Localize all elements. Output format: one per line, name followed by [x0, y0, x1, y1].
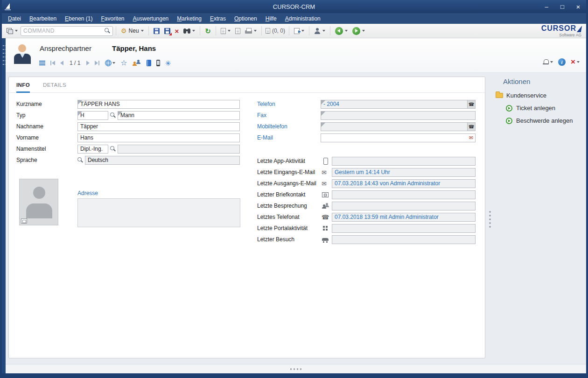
next-record-button[interactable]	[86, 61, 90, 65]
action-beschwerde-anlegen[interactable]: Beschwerde anlegen	[506, 117, 586, 124]
save-refresh-button[interactable]	[162, 27, 172, 35]
menu-datei[interactable]: Datei	[4, 14, 25, 23]
first-record-button[interactable]	[50, 61, 55, 65]
window-title: CURSOR-CRM	[2, 3, 586, 10]
tab-bar: INFO DETAILS	[9, 77, 485, 93]
menu-bearbeiten[interactable]: Bearbeiten	[25, 14, 61, 23]
send-email-button[interactable]: ✉	[467, 134, 475, 142]
adresse-field[interactable]	[77, 198, 240, 227]
mail-icon: ✉	[322, 181, 327, 187]
fax-field[interactable]	[321, 111, 476, 120]
form-row: Kurzname TÄPPER HANS	[16, 98, 240, 110]
menu-favoriten[interactable]: Favoriten	[97, 14, 128, 23]
web-button[interactable]	[105, 59, 115, 67]
action-ticket-anlegen[interactable]: Ticket anlegen	[506, 105, 586, 112]
sprache-field[interactable]: Deutsch	[85, 156, 240, 165]
last-record-button[interactable]	[95, 61, 99, 65]
menu-ebenen[interactable]: Ebenen (1)	[61, 14, 97, 23]
activity-value-field[interactable]: Gestern um 14:14 Uhr	[332, 168, 476, 177]
save-button[interactable]	[152, 27, 161, 35]
tab-details[interactable]: DETAILS	[43, 82, 66, 93]
lookup-icon[interactable]	[77, 157, 83, 163]
collapsed-panel-strip[interactable]	[2, 38, 6, 373]
print-button[interactable]	[243, 27, 259, 35]
change-photo-icon[interactable]	[21, 218, 27, 224]
email-field[interactable]: ✉	[321, 133, 476, 142]
actions-title: Aktionen	[503, 77, 586, 85]
link-document-button[interactable]	[233, 27, 242, 35]
chevron-down-icon	[550, 61, 553, 63]
delete-icon: ×	[175, 28, 179, 35]
menu-extras[interactable]: Extras	[206, 14, 230, 23]
save-refresh-icon	[164, 28, 170, 34]
menu-administration[interactable]: Administration	[281, 14, 325, 23]
menu-marketing[interactable]: Marketing	[173, 14, 206, 23]
adresse-label[interactable]: Adresse	[77, 190, 98, 196]
mobiltelefon-field[interactable]: ☎	[321, 122, 476, 131]
kurzname-field[interactable]: TÄPPER HANS	[77, 100, 240, 109]
neu-button[interactable]: ⚙ Neu	[119, 27, 146, 35]
forward-icon	[352, 27, 360, 35]
menu-icon[interactable]	[39, 61, 45, 65]
contact-photo-placeholder[interactable]	[19, 179, 58, 225]
nachname-field[interactable]: Täpper	[77, 122, 240, 131]
search-records-button[interactable]	[182, 28, 197, 35]
search-icon[interactable]	[105, 28, 110, 34]
tab-info[interactable]: INFO	[16, 82, 30, 93]
main-toolbar: ⚙ Neu × ↻	[2, 24, 586, 38]
menu-optionen[interactable]: Optionen	[230, 14, 261, 23]
notebook-icon[interactable]	[147, 60, 151, 66]
typ-field[interactable]: H	[77, 111, 108, 120]
horizontal-splitter[interactable]	[289, 368, 302, 370]
chevron-down-icon	[15, 30, 18, 32]
form-row: Typ H Mann	[16, 110, 240, 121]
maximize-button[interactable]: □	[554, 0, 570, 13]
assign-user-button[interactable]	[312, 27, 327, 35]
content-body: INFO DETAILS Kurzname TÄPPER HANS Typ	[6, 73, 586, 364]
workflow-icon[interactable]: ✳	[165, 60, 171, 67]
close-record-button[interactable]: ×	[571, 58, 580, 66]
panel-grip-icon[interactable]	[2, 44, 5, 67]
favorite-star-icon[interactable]: ☆	[120, 59, 127, 67]
contact-avatar	[13, 43, 32, 64]
document-link-icon	[235, 28, 240, 34]
command-input[interactable]	[23, 28, 103, 34]
lookup-icon[interactable]	[110, 112, 116, 118]
typ-description-field[interactable]: Mann	[118, 111, 240, 120]
namenstitel-field[interactable]: Dipl.-Ing.	[77, 145, 108, 154]
notifications-button[interactable]	[543, 59, 553, 65]
previous-record-button[interactable]	[60, 61, 63, 65]
telefon-field[interactable]: - 2004 ☎	[321, 100, 476, 109]
namenstitel-description-field[interactable]	[118, 145, 240, 154]
phone-icon: ☎	[322, 214, 329, 220]
menu-auswertungen[interactable]: Auswertungen	[129, 14, 173, 23]
delete-button[interactable]: ×	[173, 27, 181, 35]
menu-hilfe[interactable]: Hilfe	[261, 14, 281, 23]
form-row: Nachname Täpper	[16, 121, 240, 132]
forward-button[interactable]	[350, 26, 367, 36]
refresh-button[interactable]: ↻	[203, 27, 213, 35]
vorname-field[interactable]: Hans	[77, 133, 240, 142]
sprache-label: Sprache	[16, 157, 77, 163]
minimize-button[interactable]: –	[539, 0, 554, 13]
window-bottom-border	[2, 373, 586, 378]
activity-value-field[interactable]: 07.03.2018 14:43 von Admin Administrator	[332, 179, 476, 188]
info-button[interactable]: i	[558, 58, 566, 66]
export-button[interactable]	[292, 27, 306, 35]
back-button[interactable]	[333, 26, 350, 36]
contacts-icon[interactable]	[133, 60, 141, 66]
layout-switch-button[interactable]	[5, 27, 20, 35]
chevron-down-icon	[192, 30, 195, 32]
activity-value-field[interactable]: 07.03.2018 13:59 mit Admin Administrator	[332, 213, 476, 222]
panel-splitter[interactable]	[489, 210, 491, 229]
mobile-device-icon[interactable]	[156, 60, 160, 66]
actions-group-kundenservice[interactable]: Kundenservice	[496, 92, 586, 99]
dial-phone-button[interactable]: ☎	[467, 100, 475, 108]
record-pager: 1 / 1	[70, 60, 80, 66]
close-window-button[interactable]: ×	[570, 0, 586, 13]
chevron-down-icon	[141, 30, 144, 32]
dial-mobile-button[interactable]: ☎	[467, 123, 475, 131]
lookup-icon[interactable]	[110, 146, 116, 152]
statusbar	[6, 364, 586, 373]
documents-button[interactable]	[219, 27, 232, 35]
